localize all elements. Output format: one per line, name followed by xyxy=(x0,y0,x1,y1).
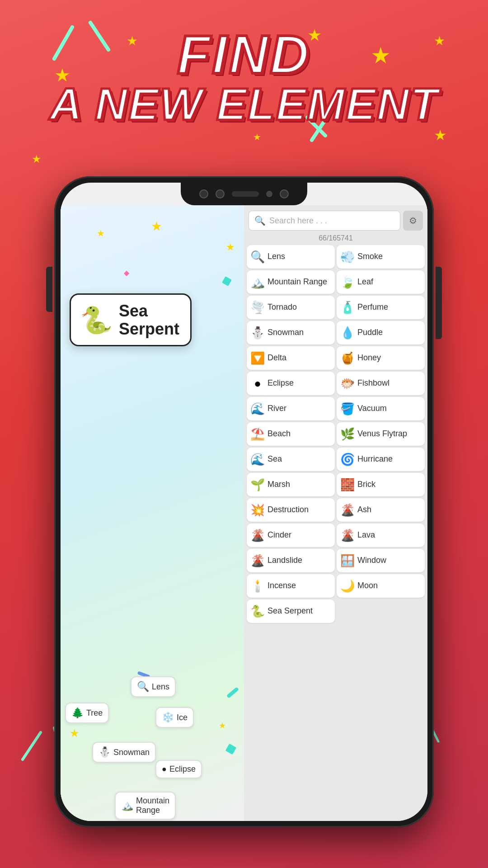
element-item-lava[interactable]: 🌋 Lava xyxy=(337,524,425,547)
phone-frame: ★ ★ ★ ◆ ★ ★ 🐍 SeaSerpent xyxy=(54,176,434,827)
element-emoji-leaf: 🍃 xyxy=(340,275,355,289)
element-emoji-smoke: 💨 xyxy=(340,250,355,264)
element-item-mountain-range[interactable]: 🏔️ Mountain Range xyxy=(247,270,335,294)
craft-node-eclipse[interactable]: ● Eclipse xyxy=(155,760,202,778)
element-name-vacuum: Vacuum xyxy=(357,404,387,414)
element-item-brick[interactable]: 🧱 Brick xyxy=(337,473,425,496)
element-item-cinder[interactable]: 🌋 Cinder xyxy=(247,524,335,547)
front-camera xyxy=(216,189,225,198)
element-emoji-hurricane: 🌀 xyxy=(340,453,355,467)
element-name-mountain-range: Mountain Range xyxy=(267,277,327,287)
element-item-hurricane[interactable]: 🌀 Hurricane xyxy=(337,448,425,471)
element-emoji-incense: 🕯️ xyxy=(250,579,265,593)
element-item-venus-flytrap[interactable]: 🌿 Venus Flytrap xyxy=(337,422,425,446)
element-emoji-puddle: 💧 xyxy=(340,326,355,340)
element-emoji-venus-flytrap: 🌿 xyxy=(340,427,355,441)
element-item-sea-serpent[interactable]: 🐍 Sea Serpent xyxy=(247,599,335,623)
filter-button[interactable]: ⚙ xyxy=(403,211,423,231)
element-item-beach[interactable]: ⛱️ Beach xyxy=(247,422,335,446)
element-item-vacuum[interactable]: 🪣 Vacuum xyxy=(337,397,425,420)
element-emoji-eclipse: ● xyxy=(250,377,265,391)
element-emoji-landslide: 🌋 xyxy=(250,554,265,568)
result-popup: 🐍 SeaSerpent xyxy=(70,293,192,346)
element-item-delta[interactable]: 🔽 Delta xyxy=(247,346,335,370)
element-emoji-snowman: ⛄ xyxy=(250,326,265,340)
element-name-beach: Beach xyxy=(267,429,291,439)
element-name-honey: Honey xyxy=(357,353,381,363)
element-item-window[interactable]: 🪟 Window xyxy=(337,549,425,572)
element-item-fishbowl[interactable]: 🐡 Fishbowl xyxy=(337,372,425,395)
element-item-perfume[interactable]: 🧴 Perfume xyxy=(337,296,425,319)
element-emoji-sea-serpent: 🐍 xyxy=(250,604,265,618)
element-item-ash[interactable]: 🌋 Ash xyxy=(337,498,425,522)
element-emoji-moon: 🌙 xyxy=(340,579,355,593)
element-emoji-mountain-range: 🏔️ xyxy=(250,275,265,289)
element-item-lens[interactable]: 🔍 Lens xyxy=(247,245,335,269)
title-line1: FIND xyxy=(0,27,488,81)
element-item-river[interactable]: 🌊 River xyxy=(247,397,335,420)
element-name-sea: Sea xyxy=(267,454,282,464)
craft-node-snowman[interactable]: ⛄ Snowman xyxy=(92,742,156,763)
camera-sensor xyxy=(199,189,208,198)
element-name-perfume: Perfume xyxy=(357,302,388,312)
element-name-brick: Brick xyxy=(357,480,375,490)
element-name-landslide: Landslide xyxy=(267,556,302,566)
element-item-destruction[interactable]: 💥 Destruction xyxy=(247,498,335,522)
craft-node-ice[interactable]: ❄️ Ice xyxy=(155,707,194,728)
element-item-leaf[interactable]: 🍃 Leaf xyxy=(337,270,425,294)
craft-node-lens[interactable]: 🔍 Lens xyxy=(131,676,176,697)
element-item-incense[interactable]: 🕯️ Incense xyxy=(247,574,335,598)
element-emoji-brick: 🧱 xyxy=(340,478,355,492)
element-item-snowman[interactable]: ⛄ Snowman xyxy=(247,321,335,344)
notch xyxy=(181,183,307,205)
title-line2: A NEW ELEMENT xyxy=(0,81,488,127)
element-emoji-beach: ⛱️ xyxy=(250,427,265,441)
face-id-sensor xyxy=(232,191,259,197)
element-name-lava: Lava xyxy=(357,530,375,540)
element-name-delta: Delta xyxy=(267,353,286,363)
element-name-leaf: Leaf xyxy=(357,277,373,287)
game-area[interactable]: ★ ★ ★ ◆ ★ ★ 🐍 SeaSerpent xyxy=(61,205,244,821)
element-emoji-destruction: 💥 xyxy=(250,503,265,517)
element-item-sea[interactable]: 🌊 Sea xyxy=(247,448,335,471)
element-name-cinder: Cinder xyxy=(267,530,291,540)
element-emoji-vacuum: 🪣 xyxy=(340,402,355,416)
svg-line-12 xyxy=(23,732,41,760)
element-name-snowman: Snowman xyxy=(267,328,304,338)
element-item-landslide[interactable]: 🌋 Landslide xyxy=(247,549,335,572)
phone-screen: ★ ★ ★ ◆ ★ ★ 🐍 SeaSerpent xyxy=(61,183,427,821)
ir-sensor xyxy=(280,189,289,198)
phone-container: ★ ★ ★ ◆ ★ ★ 🐍 SeaSerpent xyxy=(54,176,434,827)
element-name-tornado: Tornado xyxy=(267,302,297,312)
craft-node-tree[interactable]: 🌲 Tree xyxy=(65,703,109,723)
craft-node-mountain-range[interactable]: 🏔️ MountainRange xyxy=(115,792,176,820)
element-item-puddle[interactable]: 💧 Puddle xyxy=(337,321,425,344)
element-emoji-fishbowl: 🐡 xyxy=(340,377,355,391)
svg-text:★: ★ xyxy=(32,153,42,165)
element-count: 66/165741 xyxy=(244,233,427,244)
element-item-marsh[interactable]: 🌱 Marsh xyxy=(247,473,335,496)
element-name-window: Window xyxy=(357,556,386,566)
element-name-ash: Ash xyxy=(357,505,371,515)
element-name-puddle: Puddle xyxy=(357,328,383,338)
game-screen: ★ ★ ★ ◆ ★ ★ 🐍 SeaSerpent xyxy=(61,205,244,821)
search-placeholder: Search here . . . xyxy=(269,216,327,226)
element-emoji-honey: 🍯 xyxy=(340,351,355,365)
element-list-panel: 🔍 Search here . . . ⚙ 66/165741 🔍 Lens 💨… xyxy=(244,205,427,821)
element-emoji-lens: 🔍 xyxy=(250,250,265,264)
svg-text:★: ★ xyxy=(434,127,447,143)
element-item-moon[interactable]: 🌙 Moon xyxy=(337,574,425,598)
element-item-smoke[interactable]: 💨 Smoke xyxy=(337,245,425,269)
search-bar: 🔍 Search here . . . ⚙ xyxy=(244,205,427,233)
element-item-tornado[interactable]: 🌪️ Tornado xyxy=(247,296,335,319)
search-icon: 🔍 xyxy=(254,215,266,226)
title-section: FIND A NEW ELEMENT xyxy=(0,27,488,127)
search-input-container[interactable]: 🔍 Search here . . . xyxy=(249,211,400,231)
element-emoji-delta: 🔽 xyxy=(250,351,265,365)
element-item-honey[interactable]: 🍯 Honey xyxy=(337,346,425,370)
element-name-hurricane: Hurricane xyxy=(357,454,393,464)
element-list: 🔍 Lens 💨 Smoke 🏔️ Mountain Range 🍃 Leaf … xyxy=(244,244,427,624)
element-emoji-perfume: 🧴 xyxy=(340,301,355,315)
element-item-eclipse[interactable]: ● Eclipse xyxy=(247,372,335,395)
element-name-lens: Lens xyxy=(267,252,285,262)
